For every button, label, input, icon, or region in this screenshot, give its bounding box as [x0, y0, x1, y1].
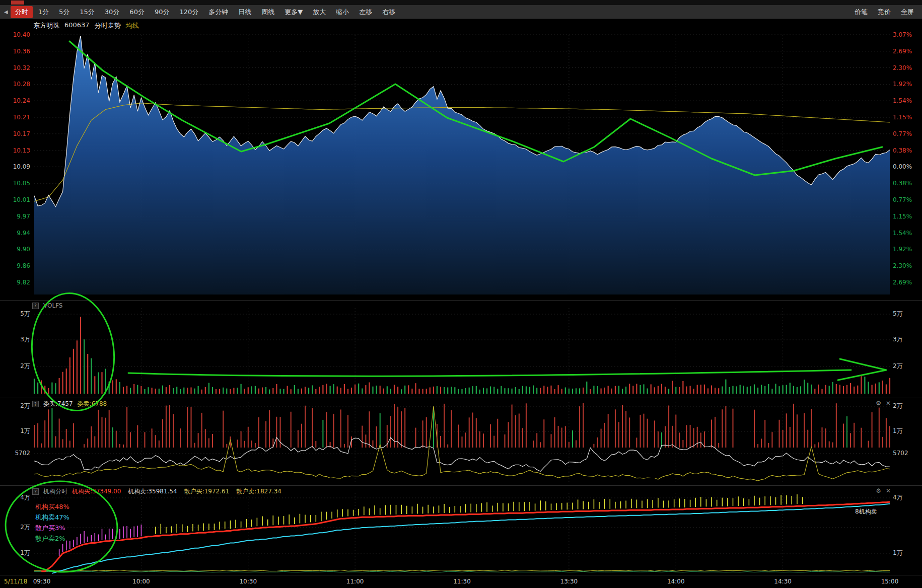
settings-icon[interactable]: ⚙ — [876, 400, 881, 407]
axis-label: 1.54% — [893, 230, 921, 237]
price-chart-panel[interactable]: 东方明珠 600637 分时走势 均线 — [0, 19, 922, 300]
time-axis: 5/11/18 09:3010:0010:3011:0011:3013:3014… — [0, 575, 922, 588]
stock-name: 东方明珠 — [33, 21, 59, 30]
axis-label: 2.69% — [893, 48, 921, 55]
collapse-icon[interactable]: ◀ — [4, 9, 8, 15]
axis-label: 1.54% — [893, 97, 921, 104]
toolbar-tab[interactable]: 120分 — [175, 6, 203, 18]
toolbar-tab[interactable]: 60分 — [125, 6, 149, 18]
institution-stats: 机构买:37349.00机构卖:35981.54散户买:1972.61散户卖:1… — [72, 487, 281, 496]
help-icon[interactable]: ? — [32, 401, 39, 407]
axis-label: 10.32 — [2, 64, 30, 71]
axis-label: 2万 — [2, 362, 30, 370]
close-icon[interactable]: ✕ — [886, 400, 891, 407]
time-label: 09:30 — [31, 578, 53, 585]
axis-label: 5万 — [2, 310, 30, 317]
axis-label: 9.97 — [2, 213, 30, 220]
axis-label: 0.00% — [893, 163, 921, 170]
institution-sell-label: 8机构卖 — [855, 507, 877, 516]
inst-stat: 机构买:37349.00 — [72, 487, 121, 496]
axis-label: 10.17 — [2, 130, 30, 137]
time-label: 14:30 — [772, 578, 794, 585]
order-queue-panel[interactable]: ? 委买:7457 委卖:6788 ⚙ ✕ — [0, 398, 922, 485]
chart-header: 东方明珠 600637 分时走势 均线 — [33, 21, 139, 30]
axis-label: 1万 — [2, 427, 30, 434]
toolbar-tab[interactable]: 多分钟 — [204, 6, 233, 18]
axis-label: 2.30% — [893, 262, 921, 269]
toolbar-tab[interactable]: 右移 — [378, 6, 400, 18]
toolbar-right-tab[interactable]: 全屏 — [896, 6, 918, 18]
ask-bars — [52, 407, 847, 448]
volume-panel[interactable]: ? VOLFS — [0, 300, 922, 398]
axis-label: 0.38% — [893, 147, 921, 154]
toolbar-tab[interactable]: 15分 — [75, 6, 99, 18]
date-label: 5/11/18 — [4, 578, 27, 585]
axis-label: 1.92% — [893, 81, 921, 88]
order-chart-canvas[interactable] — [0, 398, 922, 485]
ask-total: 委卖:6788 — [78, 400, 107, 408]
inst-legend-item: 机构买48% — [35, 502, 69, 511]
inst-legend-item: 散户卖2% — [35, 534, 65, 543]
toolbar-right-tab[interactable]: 竞价 — [873, 6, 895, 18]
help-icon[interactable]: ? — [32, 303, 39, 309]
help-icon[interactable]: ? — [32, 488, 39, 495]
axis-label: 10.28 — [2, 81, 30, 88]
volume-bars — [34, 317, 890, 394]
axis-label: 10.36 — [2, 48, 30, 55]
time-label: 15:00 — [879, 578, 901, 585]
axis-label: 2.30% — [893, 64, 921, 71]
settings-icon[interactable]: ⚙ — [876, 487, 881, 494]
toolbar-tab[interactable]: 更多▼ — [280, 6, 307, 18]
toolbar-tab[interactable]: 1分 — [34, 6, 53, 18]
inst-stat: 散户买:1972.61 — [184, 487, 230, 496]
axis-label: 0.38% — [893, 180, 921, 187]
toolbar-tab[interactable]: 缩小 — [331, 6, 353, 18]
institution-title: 机构分时 — [43, 487, 67, 496]
toolbar-tab[interactable]: 左移 — [354, 6, 377, 18]
axis-label: 10.05 — [2, 180, 30, 187]
axis-label: 3.07% — [893, 31, 921, 38]
institution-header: ? 机构分时 机构买:37349.00机构卖:35981.54散户买:1972.… — [32, 487, 281, 496]
axis-label: 3万 — [2, 336, 30, 343]
volume-title: VOLFS — [43, 302, 62, 309]
axis-label: 3万 — [893, 336, 921, 343]
axis-label: 2万 — [893, 362, 921, 370]
institution-chart-canvas[interactable] — [0, 486, 922, 575]
toolbar-tab[interactable]: 放大 — [308, 6, 330, 18]
price-chart-canvas[interactable] — [0, 19, 922, 300]
time-label: 10:00 — [130, 578, 152, 585]
toolbar-tab[interactable]: 5分 — [54, 6, 74, 18]
toolbar-tab[interactable]: 分时 — [11, 6, 33, 18]
trading-app-window: ◀ 分时1分5分15分30分60分90分120分多分钟日线周线更多▼放大缩小左移… — [0, 0, 922, 588]
bid-bars — [34, 403, 890, 448]
institution-panel[interactable]: ? 机构分时 机构买:37349.00机构卖:35981.54散户买:1972.… — [0, 485, 922, 575]
stock-code: 600637 — [64, 21, 90, 30]
inst-legend-item: 机构卖47% — [35, 513, 69, 522]
order-panel-controls: ⚙ ✕ — [876, 400, 891, 407]
window-badge — [11, 1, 24, 5]
toolbar-tab[interactable]: 日线 — [234, 6, 256, 18]
time-label: 14:00 — [665, 578, 687, 585]
magenta-tick-band — [59, 525, 141, 556]
volume-chart-canvas[interactable] — [0, 301, 922, 398]
axis-label: 9.82 — [2, 279, 30, 286]
inst-stat: 机构卖:35981.54 — [128, 487, 177, 496]
close-icon[interactable]: ✕ — [886, 487, 891, 494]
axis-label: 5万 — [893, 310, 921, 317]
time-label: 11:00 — [344, 578, 366, 585]
axis-label: 1万 — [893, 427, 921, 434]
axis-label: 2万 — [893, 402, 921, 409]
inst-legend-item: 散户买3% — [35, 524, 65, 533]
axis-label: 4万 — [2, 494, 30, 501]
toolbar-tab[interactable]: 30分 — [100, 6, 124, 18]
toolbar-tab[interactable]: 90分 — [150, 6, 174, 18]
axis-label: 1.15% — [893, 114, 921, 121]
order-header: ? 委买:7457 委卖:6788 — [32, 400, 107, 408]
axis-label: 2.69% — [893, 279, 921, 286]
toolbar-right-tab[interactable]: 价笔 — [850, 6, 872, 18]
axis-label: 9.90 — [2, 246, 30, 253]
toolbar-right-tabs: 价笔竞价全屏 — [849, 5, 919, 19]
toolbar-tab[interactable]: 周线 — [257, 6, 279, 18]
axis-label: 10.24 — [2, 97, 30, 104]
toolbar: ◀ 分时1分5分15分30分60分90分120分多分钟日线周线更多▼放大缩小左移… — [0, 5, 922, 19]
